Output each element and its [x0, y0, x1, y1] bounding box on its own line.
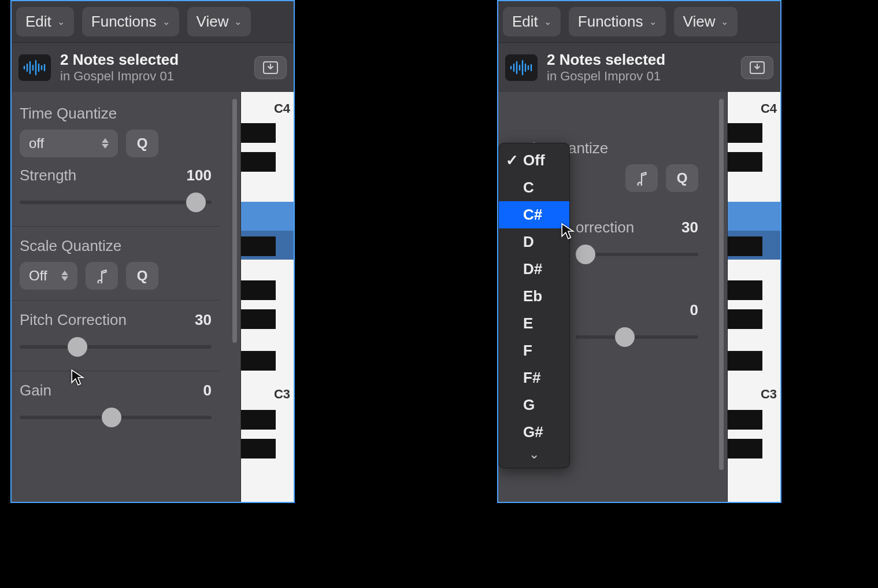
dropdown-item-d[interactable]: D	[499, 228, 569, 256]
time-quantize-select[interactable]: off	[20, 130, 118, 157]
chevron-down-icon[interactable]: ⌄	[499, 446, 569, 462]
strength-slider[interactable]	[20, 189, 212, 216]
gain-label: Gain	[20, 382, 51, 400]
q-label: Q	[677, 170, 688, 186]
slider-knob[interactable]	[102, 408, 121, 427]
scrollbar[interactable]	[232, 99, 237, 343]
scrollbar[interactable]	[719, 99, 724, 470]
second-value: 0	[690, 301, 698, 319]
dropdown-item-f[interactable]: F	[499, 337, 569, 364]
scale-type-button[interactable]	[625, 164, 658, 192]
slider-knob[interactable]	[68, 337, 87, 357]
piano-black-key[interactable]	[728, 280, 762, 300]
selected-note-highlight	[728, 202, 780, 231]
time-quantize-apply-button[interactable]: Q	[126, 130, 158, 157]
selection-header: 2 Notes selected in Gospel Improv 01	[498, 43, 780, 92]
scale-quantize-apply-button[interactable]: Q	[126, 262, 158, 290]
piano-black-key[interactable]	[241, 280, 276, 300]
slider-track	[20, 345, 212, 349]
selection-subtitle: in Gospel Improv 01	[60, 69, 245, 84]
pitch-correction-slider[interactable]	[20, 334, 212, 360]
piano-key-label-c4: C4	[274, 101, 290, 116]
piano-black-key[interactable]	[728, 123, 762, 143]
scale-root-dropdown[interactable]: ✓OffCC#DD#EbEFF#GG#⌄	[498, 143, 570, 468]
selection-title: 2 Notes selected	[547, 51, 732, 69]
dropdown-item-label: F#	[523, 369, 540, 387]
chevron-down-icon: ⌄	[721, 16, 728, 27]
piano-black-key[interactable]	[241, 410, 276, 430]
menu-edit-label: Edit	[512, 13, 538, 31]
strength-label: Strength	[20, 167, 76, 184]
chevron-down-icon: ⌄	[649, 16, 657, 27]
q-label: Q	[137, 268, 148, 284]
divider	[12, 371, 220, 371]
dropdown-item-dsharp[interactable]: D#	[499, 256, 569, 283]
dropdown-item-off[interactable]: ✓Off	[499, 147, 569, 174]
piano-black-key[interactable]	[728, 410, 762, 430]
piano-black-key[interactable]	[241, 309, 276, 329]
menu-functions-label: Functions	[91, 13, 157, 31]
piano-black-key[interactable]	[728, 152, 762, 172]
piano-black-key[interactable]	[241, 351, 276, 371]
slider-knob[interactable]	[576, 245, 595, 264]
dropdown-item-label: C	[523, 179, 534, 197]
piano-black-key[interactable]	[241, 236, 276, 256]
gain-value: 0	[203, 382, 212, 400]
dropdown-item-label: D#	[523, 260, 542, 278]
menu-view[interactable]: View ⌄	[187, 7, 251, 36]
dropdown-item-fsharp[interactable]: F#	[499, 364, 569, 391]
menu-functions[interactable]: Functions ⌄	[569, 7, 666, 36]
chevron-down-icon: ⌄	[162, 16, 170, 27]
slider-knob[interactable]	[615, 327, 635, 347]
inspector-toggle-button[interactable]	[254, 56, 287, 79]
piano-black-key[interactable]	[728, 309, 762, 329]
chevron-down-icon: ⌄	[234, 16, 242, 27]
dropdown-item-label: C#	[523, 206, 542, 224]
menu-functions[interactable]: Functions ⌄	[82, 7, 179, 36]
check-icon: ✓	[506, 151, 517, 169]
dropdown-item-csharp[interactable]: C#	[499, 201, 569, 228]
piano-key-label-c3: C3	[761, 387, 777, 402]
dropdown-item-gsharp[interactable]: G#	[499, 419, 569, 446]
piano-roll[interactable]: C4 C3	[240, 92, 294, 503]
dropdown-item-g[interactable]: G	[499, 391, 569, 419]
menu-view-label: View	[683, 13, 716, 31]
inspector-toggle-button[interactable]	[741, 56, 773, 79]
slider-track	[20, 201, 212, 204]
piano-black-key[interactable]	[728, 439, 762, 458]
editor-panel-left: Edit ⌄ Functions ⌄ View ⌄	[10, 0, 295, 503]
gain-slider[interactable]	[20, 404, 212, 431]
piano-black-key[interactable]	[241, 123, 276, 143]
piano-black-key[interactable]	[241, 439, 276, 458]
slider-track	[576, 335, 698, 339]
dropdown-item-label: F	[523, 342, 532, 360]
dropdown-item-label: Off	[523, 151, 545, 169]
piano-black-key[interactable]	[241, 152, 276, 172]
scale-quantize-apply-button[interactable]: Q	[666, 164, 698, 192]
scale-quantize-label: Scale Quantize	[20, 237, 212, 255]
pitch-correction-slider[interactable]	[576, 241, 698, 268]
piano-key-label-c3: C3	[274, 387, 290, 402]
menu-edit[interactable]: Edit ⌄	[16, 7, 74, 36]
stepper-icon	[61, 271, 68, 281]
dropdown-item-label: Eb	[523, 287, 542, 305]
second-slider[interactable]	[576, 324, 698, 350]
piano-black-key[interactable]	[728, 351, 762, 371]
chevron-down-icon: ⌄	[544, 16, 551, 27]
dropdown-item-c[interactable]: C	[499, 174, 569, 201]
dropdown-item-e[interactable]: E	[499, 310, 569, 337]
inspector: Scale Quantize Q orrection 30	[498, 92, 706, 503]
menu-view[interactable]: View ⌄	[674, 7, 738, 36]
menu-edit[interactable]: Edit ⌄	[503, 7, 561, 36]
piano-roll[interactable]: C4 C3	[727, 92, 780, 503]
divider	[12, 226, 220, 227]
slider-knob[interactable]	[186, 193, 206, 212]
pitch-correction-label: Pitch Correction	[20, 311, 127, 329]
cursor-icon	[71, 368, 86, 387]
dropdown-item-label: G	[523, 396, 535, 414]
dropdown-item-eb[interactable]: Eb	[499, 283, 569, 310]
piano-black-key[interactable]	[728, 236, 762, 256]
scale-quantize-select[interactable]: Off	[20, 262, 77, 290]
cursor-icon	[561, 222, 576, 241]
scale-type-button[interactable]	[86, 262, 118, 290]
